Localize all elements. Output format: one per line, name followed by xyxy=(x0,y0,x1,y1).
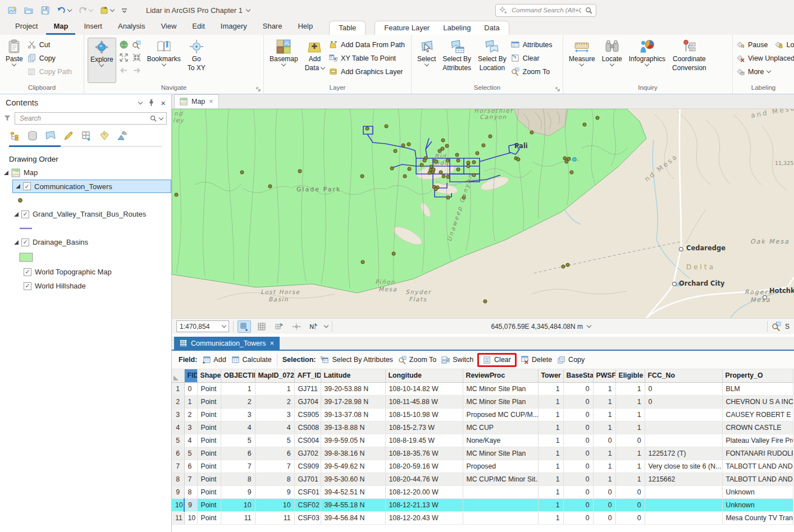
calculate-field-button[interactable]: Calculate xyxy=(231,356,272,364)
tree-item-world-topographic[interactable]: ✓ World Topographic Map xyxy=(0,265,171,279)
cell-AFT_ID[interactable]: CSF02 xyxy=(294,498,321,511)
zoom-to-selection-ribbon-button[interactable]: Zoom To xyxy=(511,66,553,77)
close-table-tab-icon[interactable]: × xyxy=(270,339,274,347)
tower-point[interactable] xyxy=(483,300,487,303)
cell-OBJECTID[interactable]: 2 xyxy=(221,395,255,408)
tab-analysis[interactable]: Analysis xyxy=(111,20,152,35)
column-header-Property_O[interactable]: Property_O xyxy=(722,369,793,382)
tower-point[interactable] xyxy=(446,175,450,178)
view-snapping-tab[interactable] xyxy=(81,130,92,147)
row-selector[interactable]: 1 xyxy=(172,382,184,395)
cell-Property_O[interactable]: CROWN CASTLE xyxy=(722,421,793,434)
cell-FID[interactable]: 10 xyxy=(184,511,197,524)
bookmarks-button[interactable]: Bookmarks xyxy=(145,38,183,83)
copy-rows-button[interactable]: Copy xyxy=(557,356,585,364)
tower-point[interactable] xyxy=(432,168,435,171)
cell-FID[interactable]: 0 xyxy=(184,382,197,395)
cell-Tower[interactable]: 1 xyxy=(538,485,563,498)
pause-labeling-button[interactable]: Pause xyxy=(736,39,768,51)
map-scale-select[interactable]: 1:470,854 xyxy=(176,320,229,332)
next-extent-button[interactable] xyxy=(131,65,143,76)
cell-BaseStatio[interactable]: 0 xyxy=(563,382,593,395)
column-header-FID[interactable]: FID xyxy=(184,369,197,382)
save-project-button[interactable] xyxy=(38,4,52,17)
contents-search-box[interactable] xyxy=(15,112,167,125)
cell-Property_O[interactable]: BLM xyxy=(722,382,793,395)
cell-OBJECTID[interactable]: 1 xyxy=(221,382,255,395)
cell-FID[interactable]: 5 xyxy=(184,447,197,460)
cell-PWSF[interactable]: 0 xyxy=(593,498,615,511)
tree-item-drainage-basins[interactable]: ✓ Drainage_Basins xyxy=(0,235,171,249)
tower-point[interactable] xyxy=(467,161,470,164)
attribute-table[interactable]: FIDShapeOBJECTIDMapID_0728AFT_IDLatitude… xyxy=(172,369,794,532)
cell-Latitude[interactable]: 39-5-49.62 N xyxy=(321,460,385,473)
cell-MapID_0728[interactable]: 3 xyxy=(255,408,294,421)
row-selector[interactable]: 2 xyxy=(172,395,184,408)
cell-FCC_No[interactable] xyxy=(645,485,722,498)
cell-MapID_0728[interactable]: 7 xyxy=(255,460,294,473)
cell-Tower[interactable]: 1 xyxy=(538,511,563,524)
zoom-to-selection-button[interactable] xyxy=(131,39,143,50)
cell-Latitude[interactable]: 39-13-37.08 N xyxy=(321,408,385,421)
cell-BaseStatio[interactable]: 0 xyxy=(563,421,593,434)
bus-routes-symbol-row[interactable] xyxy=(0,221,171,235)
cell-BaseStatio[interactable]: 0 xyxy=(563,511,593,524)
tower-point[interactable] xyxy=(385,125,388,128)
cell-FCC_No[interactable]: 1215662 xyxy=(645,473,722,485)
cell-Eligible[interactable]: 0 xyxy=(615,511,645,524)
cell-MapID_0728[interactable]: 6 xyxy=(255,447,294,460)
status-zoom-selection-icon[interactable] xyxy=(772,322,781,331)
table-row[interactable]: 76Point77CS90939-5-49.62 N108-20-59.16 W… xyxy=(172,460,793,473)
tower-point[interactable] xyxy=(240,171,244,174)
bus-routes-checkbox[interactable]: ✓ xyxy=(21,210,29,218)
cell-PWSF[interactable]: 1 xyxy=(593,460,615,473)
column-header-Tower[interactable]: Tower xyxy=(538,369,563,382)
cell-BaseStatio[interactable]: 0 xyxy=(563,395,593,408)
cell-FID[interactable]: 3 xyxy=(184,421,197,434)
cell-AFT_ID[interactable]: CS909 xyxy=(294,460,321,473)
cell-ReviewProc[interactable]: MC Minor Site Plan xyxy=(463,447,538,460)
row-selector[interactable]: 6 xyxy=(172,447,184,460)
cell-Eligible[interactable]: 0 xyxy=(615,434,645,447)
cell-Tower[interactable]: 1 xyxy=(538,395,563,408)
table-row[interactable]: 109Point1010CSF0239-4-55.18 N108-12-21.1… xyxy=(172,498,793,511)
column-header-BaseStatio[interactable]: BaseStatio xyxy=(563,369,593,382)
cell-Eligible[interactable]: 1 xyxy=(615,421,645,434)
cell-Property_O[interactable]: TALBOTT LAND AND P... xyxy=(722,460,793,473)
cell-PWSF[interactable]: 1 xyxy=(593,447,615,460)
table-row[interactable]: 1110Point1111CSF0339-4-56.84 N108-12-20.… xyxy=(172,511,793,524)
cell-Tower[interactable]: 1 xyxy=(538,498,563,511)
tower-point[interactable] xyxy=(446,196,450,199)
cell-Tower[interactable]: 1 xyxy=(538,434,563,447)
cell-OBJECTID[interactable]: 7 xyxy=(221,460,255,473)
clear-selection-button[interactable]: Clear xyxy=(511,52,553,64)
cell-BaseStatio[interactable]: 0 xyxy=(563,485,593,498)
cell-Property_O[interactable]: CAUSEY ROBERT E xyxy=(722,408,793,421)
table-row[interactable]: 98Point99CSF0139-4-52.51 N108-12-20.00 W… xyxy=(172,485,793,498)
tower-point[interactable] xyxy=(439,171,442,174)
tab-project[interactable]: Project xyxy=(8,20,45,35)
cell-FID[interactable]: 4 xyxy=(184,434,197,447)
cell-Latitude[interactable]: 39-4-56.84 N xyxy=(321,511,385,524)
tower-point[interactable] xyxy=(366,127,369,130)
cell-Property_O[interactable]: Mesa County TV Transl... xyxy=(722,511,793,524)
select-by-attributes-button[interactable]: Select By Attributes xyxy=(440,38,473,83)
cell-AFT_ID[interactable]: CS008 xyxy=(294,421,321,434)
delete-selected-button[interactable]: Delete xyxy=(521,356,552,364)
cell-AFT_ID[interactable]: GJ702 xyxy=(294,447,321,460)
new-project-button[interactable] xyxy=(6,4,20,17)
view-selection-tab[interactable] xyxy=(45,130,56,147)
tab-data[interactable]: Data xyxy=(477,21,506,35)
cell-ReviewProc[interactable]: MC Minor Site Plan xyxy=(463,395,538,408)
cell-BaseStatio[interactable]: 0 xyxy=(563,434,593,447)
tree-item-communication-towers[interactable]: ✓ Communication_Towers xyxy=(12,180,171,193)
world-hillshade-checkbox[interactable]: ✓ xyxy=(24,282,31,290)
cell-Latitude[interactable]: 39-4-52.51 N xyxy=(321,485,385,498)
cell-Shape[interactable]: Point xyxy=(197,447,221,460)
selection-grid-button[interactable] xyxy=(238,320,251,333)
selected-tower-point[interactable] xyxy=(573,158,577,162)
tower-point[interactable] xyxy=(441,139,445,142)
cell-Tower[interactable]: 1 xyxy=(538,408,563,421)
north-options-chevron-icon[interactable] xyxy=(324,323,328,328)
tower-point[interactable] xyxy=(583,123,586,126)
